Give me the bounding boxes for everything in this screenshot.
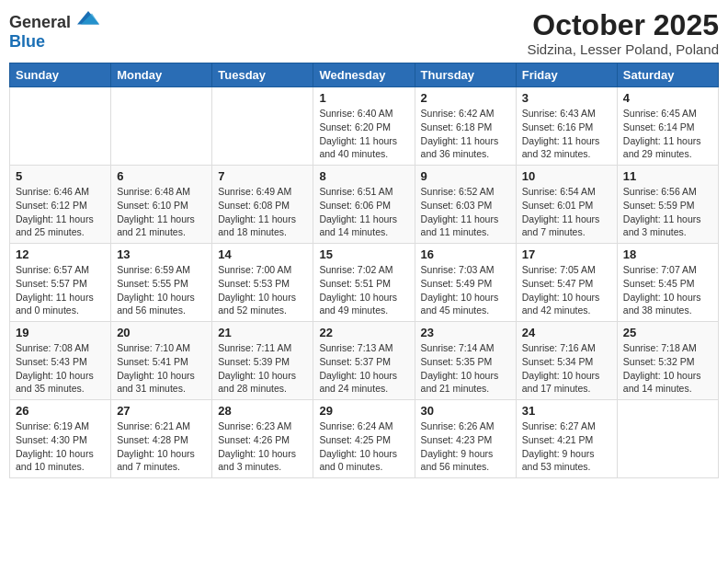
page-header: General Blue October 2025 Sidzina, Lesse… [9,9,719,57]
calendar-cell: 31Sunrise: 6:27 AM Sunset: 4:21 PM Dayli… [516,400,617,478]
week-row-4: 19Sunrise: 7:08 AM Sunset: 5:43 PM Dayli… [10,322,719,400]
day-info: Sunrise: 6:57 AM Sunset: 5:57 PM Dayligh… [16,263,105,317]
day-number: 25 [623,326,712,339]
calendar-cell: 19Sunrise: 7:08 AM Sunset: 5:43 PM Dayli… [10,322,111,400]
calendar-cell: 20Sunrise: 7:10 AM Sunset: 5:41 PM Dayli… [111,322,212,400]
calendar-cell [10,87,111,166]
day-info: Sunrise: 6:52 AM Sunset: 6:03 PM Dayligh… [421,185,510,239]
calendar-cell: 6Sunrise: 6:48 AM Sunset: 6:10 PM Daylig… [111,166,212,244]
calendar-cell: 18Sunrise: 7:07 AM Sunset: 5:45 PM Dayli… [617,244,718,322]
day-info: Sunrise: 6:42 AM Sunset: 6:18 PM Dayligh… [421,107,510,161]
calendar-cell: 16Sunrise: 7:03 AM Sunset: 5:49 PM Dayli… [415,244,516,322]
location-subtitle: Sidzina, Lesser Poland, Poland [528,41,719,57]
day-info: Sunrise: 6:45 AM Sunset: 6:14 PM Dayligh… [623,107,712,161]
calendar-cell: 7Sunrise: 6:49 AM Sunset: 6:08 PM Daylig… [212,166,313,244]
day-number: 30 [421,404,510,418]
day-info: Sunrise: 7:03 AM Sunset: 5:49 PM Dayligh… [421,263,510,317]
logo-icon [77,9,99,28]
calendar-cell: 12Sunrise: 6:57 AM Sunset: 5:57 PM Dayli… [10,244,111,322]
day-info: Sunrise: 7:00 AM Sunset: 5:53 PM Dayligh… [218,263,307,317]
weekday-header-tuesday: Tuesday [212,63,313,87]
day-info: Sunrise: 7:13 AM Sunset: 5:37 PM Dayligh… [319,341,408,396]
calendar-cell: 2Sunrise: 6:42 AM Sunset: 6:18 PM Daylig… [415,87,516,166]
day-info: Sunrise: 6:46 AM Sunset: 6:12 PM Dayligh… [16,185,105,239]
calendar-cell: 25Sunrise: 7:18 AM Sunset: 5:32 PM Dayli… [617,322,718,400]
day-info: Sunrise: 7:02 AM Sunset: 5:51 PM Dayligh… [319,263,408,317]
calendar-cell: 5Sunrise: 6:46 AM Sunset: 6:12 PM Daylig… [10,166,111,244]
day-info: Sunrise: 7:18 AM Sunset: 5:32 PM Dayligh… [623,341,712,396]
day-number: 20 [117,326,206,339]
day-info: Sunrise: 6:19 AM Sunset: 4:30 PM Dayligh… [16,419,105,474]
weekday-header-sunday: Sunday [10,63,111,87]
day-info: Sunrise: 6:43 AM Sunset: 6:16 PM Dayligh… [522,107,611,161]
calendar-cell: 26Sunrise: 6:19 AM Sunset: 4:30 PM Dayli… [10,400,111,478]
day-info: Sunrise: 7:11 AM Sunset: 5:39 PM Dayligh… [218,341,307,396]
calendar-table: SundayMondayTuesdayWednesdayThursdayFrid… [9,63,719,478]
calendar-cell [617,400,718,478]
day-number: 14 [218,247,307,261]
weekday-header-wednesday: Wednesday [313,63,415,87]
day-number: 9 [421,169,510,183]
day-info: Sunrise: 6:51 AM Sunset: 6:06 PM Dayligh… [319,185,408,239]
day-info: Sunrise: 7:16 AM Sunset: 5:34 PM Dayligh… [522,341,611,396]
day-info: Sunrise: 7:10 AM Sunset: 5:41 PM Dayligh… [117,341,206,396]
calendar-cell [111,87,212,166]
day-number: 2 [421,91,510,105]
calendar-cell: 29Sunrise: 6:24 AM Sunset: 4:25 PM Dayli… [313,400,415,478]
calendar-cell: 1Sunrise: 6:40 AM Sunset: 6:20 PM Daylig… [313,87,415,166]
calendar-cell: 14Sunrise: 7:00 AM Sunset: 5:53 PM Dayli… [212,244,313,322]
calendar-cell: 13Sunrise: 6:59 AM Sunset: 5:55 PM Dayli… [111,244,212,322]
day-number: 11 [623,169,712,183]
day-number: 23 [421,326,510,339]
title-block: October 2025 Sidzina, Lesser Poland, Pol… [528,9,719,57]
day-info: Sunrise: 6:54 AM Sunset: 6:01 PM Dayligh… [522,185,611,239]
day-number: 15 [319,247,408,261]
calendar-cell: 23Sunrise: 7:14 AM Sunset: 5:35 PM Dayli… [415,322,516,400]
day-number: 17 [522,247,611,261]
day-info: Sunrise: 7:08 AM Sunset: 5:43 PM Dayligh… [16,341,105,396]
day-number: 5 [16,169,105,183]
day-number: 7 [218,169,307,183]
calendar-cell: 3Sunrise: 6:43 AM Sunset: 6:16 PM Daylig… [516,87,617,166]
calendar-cell: 17Sunrise: 7:05 AM Sunset: 5:47 PM Dayli… [516,244,617,322]
week-row-2: 5Sunrise: 6:46 AM Sunset: 6:12 PM Daylig… [10,166,719,244]
day-number: 27 [117,404,206,418]
day-number: 8 [319,169,408,183]
day-number: 29 [319,404,408,418]
day-number: 13 [117,247,206,261]
calendar-cell: 4Sunrise: 6:45 AM Sunset: 6:14 PM Daylig… [617,87,718,166]
day-info: Sunrise: 6:23 AM Sunset: 4:26 PM Dayligh… [218,419,307,474]
weekday-header-saturday: Saturday [617,63,718,87]
calendar-cell: 21Sunrise: 7:11 AM Sunset: 5:39 PM Dayli… [212,322,313,400]
calendar-cell: 8Sunrise: 6:51 AM Sunset: 6:06 PM Daylig… [313,166,415,244]
day-number: 4 [623,91,712,105]
day-info: Sunrise: 6:24 AM Sunset: 4:25 PM Dayligh… [319,419,408,474]
day-number: 1 [319,91,408,105]
day-info: Sunrise: 6:21 AM Sunset: 4:28 PM Dayligh… [117,419,206,474]
day-info: Sunrise: 7:14 AM Sunset: 5:35 PM Dayligh… [421,341,510,396]
day-number: 28 [218,404,307,418]
day-number: 18 [623,247,712,261]
day-number: 21 [218,326,307,339]
calendar-cell [212,87,313,166]
day-info: Sunrise: 6:26 AM Sunset: 4:23 PM Dayligh… [421,419,510,474]
day-info: Sunrise: 7:07 AM Sunset: 5:45 PM Dayligh… [623,263,712,317]
weekday-header-monday: Monday [111,63,212,87]
day-number: 24 [522,326,611,339]
day-number: 10 [522,169,611,183]
calendar-cell: 9Sunrise: 6:52 AM Sunset: 6:03 PM Daylig… [415,166,516,244]
calendar-cell: 10Sunrise: 6:54 AM Sunset: 6:01 PM Dayli… [516,166,617,244]
day-info: Sunrise: 6:49 AM Sunset: 6:08 PM Dayligh… [218,185,307,239]
day-number: 6 [117,169,206,183]
month-title: October 2025 [528,9,719,41]
calendar-cell: 30Sunrise: 6:26 AM Sunset: 4:23 PM Dayli… [415,400,516,478]
weekday-header-row: SundayMondayTuesdayWednesdayThursdayFrid… [10,63,719,87]
day-number: 12 [16,247,105,261]
day-info: Sunrise: 6:56 AM Sunset: 5:59 PM Dayligh… [623,185,712,239]
day-number: 22 [319,326,408,339]
logo: General Blue [9,9,99,52]
week-row-1: 1Sunrise: 6:40 AM Sunset: 6:20 PM Daylig… [10,87,719,166]
weekday-header-thursday: Thursday [415,63,516,87]
calendar-cell: 24Sunrise: 7:16 AM Sunset: 5:34 PM Dayli… [516,322,617,400]
day-info: Sunrise: 6:27 AM Sunset: 4:21 PM Dayligh… [522,419,611,474]
